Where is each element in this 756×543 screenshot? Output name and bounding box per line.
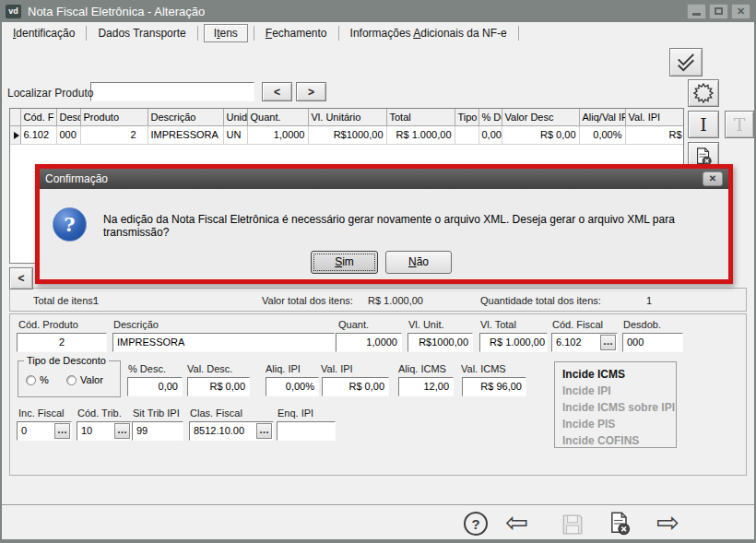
transfer-items-button[interactable] xyxy=(669,48,703,77)
cod-fiscal-lookup-button[interactable]: … xyxy=(600,335,616,350)
vl-unit-field[interactable]: R$1000,00 xyxy=(408,333,473,352)
enq-ipi-label: Enq. IPI xyxy=(278,407,313,419)
cell-vl-unitario[interactable]: R$1000,00 xyxy=(308,125,386,144)
yes-button[interactable]: Sim xyxy=(311,251,378,274)
grid-col-desdobramento[interactable]: Desd xyxy=(56,109,80,125)
pct-desc-field[interactable]: 0,00 xyxy=(127,377,183,396)
total-qty-label: Quantidade total dos itens: xyxy=(480,295,601,306)
confirmation-dialog: Confirmação ✕ ? Na edição da Nota Fiscal… xyxy=(35,164,733,284)
italic-text-button[interactable]: I xyxy=(688,111,719,138)
radio-icon[interactable] xyxy=(66,375,77,385)
descricao-field[interactable]: IMPRESSORA xyxy=(112,333,335,352)
next-item-button[interactable]: > xyxy=(296,82,326,101)
grid-col-cod-fiscal[interactable]: Cód. F xyxy=(20,109,56,125)
help-button[interactable]: ? xyxy=(464,512,488,536)
tab-fechamento[interactable]: Fechamento xyxy=(254,24,338,42)
row-selector-cell xyxy=(10,125,20,144)
grid-scroll-left-button[interactable]: < xyxy=(9,267,33,289)
grid-col-unidade[interactable]: Unid xyxy=(223,109,247,125)
grid-col-val-ipi[interactable]: Val. IPI xyxy=(625,109,684,125)
tab-dados-transporte[interactable]: Dados Transporte xyxy=(87,24,196,42)
previous-item-button[interactable]: < xyxy=(262,82,292,101)
desdob-field[interactable]: 000 xyxy=(622,333,683,352)
dialog-title-bar: Confirmação ✕ xyxy=(40,169,728,189)
current-row-arrow-icon xyxy=(14,132,19,139)
val-icms-field[interactable]: R$ 96,00 xyxy=(462,377,526,396)
cod-fiscal-field[interactable]: 6.102 … xyxy=(551,333,618,352)
incide-icms-sobre-ipi-item: Incide ICMS sobre IPI xyxy=(562,399,676,416)
cell-tipo[interactable] xyxy=(455,125,478,144)
close-icon: ✕ xyxy=(737,6,745,18)
cell-total[interactable]: R$ 1.000,00 xyxy=(386,125,455,144)
cell-produto[interactable]: 2 xyxy=(80,125,148,144)
clas-fiscal-field[interactable]: 8512.10.00 … xyxy=(189,421,274,441)
grid-col-tipo[interactable]: Tipo xyxy=(455,109,478,125)
window-frame xyxy=(0,22,2,543)
cod-trib-field[interactable]: 10 … xyxy=(77,421,132,441)
seal-button[interactable] xyxy=(688,79,719,107)
radio-icon[interactable] xyxy=(26,375,36,385)
desconto-percent-label: % xyxy=(40,374,49,385)
val-desc-field[interactable]: R$ 0,00 xyxy=(187,377,250,396)
incide-ipi-item: Incide IPI xyxy=(562,383,676,399)
search-input[interactable] xyxy=(90,82,254,101)
grid-col-descricao[interactable]: Descrição xyxy=(148,109,223,125)
sit-trib-ipi-field[interactable]: 99 xyxy=(132,421,183,441)
cell-val-ipi[interactable]: R$ xyxy=(625,125,684,144)
maximize-button[interactable] xyxy=(709,4,728,19)
clas-fiscal-label: Clas. Fiscal xyxy=(190,407,242,419)
cell-aliq-val-ipi[interactable]: 0,00% xyxy=(579,125,625,144)
no-button[interactable]: Não xyxy=(385,251,452,274)
grid-col-pct-desconto[interactable]: % De xyxy=(478,109,502,125)
vl-total-label: Vl. Total xyxy=(480,319,516,330)
tab-informacoes-adicionais[interactable]: Informações Adicionais da NF-e xyxy=(339,24,518,42)
cell-pct-desconto[interactable]: 0,00 xyxy=(478,125,502,144)
vl-total-field[interactable]: R$ 1.000,00 xyxy=(479,333,548,352)
maximize-icon xyxy=(715,7,723,15)
grid-col-produto[interactable]: Produto xyxy=(80,109,148,125)
save-button-disabled xyxy=(561,513,585,537)
clas-fiscal-lookup-button[interactable]: … xyxy=(256,423,272,439)
close-button[interactable]: ✕ xyxy=(731,4,750,19)
inc-fiscal-field[interactable]: 0 … xyxy=(17,421,72,441)
quant-field[interactable]: 1,0000 xyxy=(336,333,402,352)
desconto-valor-option[interactable]: Valor xyxy=(66,374,103,385)
cell-unidade[interactable]: UN xyxy=(223,125,247,144)
cell-descricao[interactable]: IMPRESSORA xyxy=(148,125,223,144)
cancel-invoice-button[interactable] xyxy=(607,511,632,537)
tab-itens[interactable]: Itens xyxy=(204,24,248,42)
back-arrow-icon: ⇦ xyxy=(505,507,528,537)
val-icms-label: Val. ICMS xyxy=(461,363,506,374)
cell-quantidade[interactable]: 1,0000 xyxy=(247,125,308,144)
grid-col-valor-desc[interactable]: Valor Desc xyxy=(502,109,579,125)
cell-valor-desc[interactable]: R$ 0,00 xyxy=(502,125,579,144)
aliq-ipi-field[interactable]: 0,00% xyxy=(266,377,319,396)
table-row[interactable]: 6.102 000 2 IMPRESSORA UN 1,0000 R$1000,… xyxy=(10,125,684,144)
cell-cod-fiscal[interactable]: 6.102 xyxy=(20,125,56,144)
letter-i-icon: I xyxy=(700,114,707,135)
incide-list: Incide ICMS Incide IPI Incide ICMS sobre… xyxy=(554,361,677,448)
window-frame xyxy=(0,539,756,543)
grid-col-total[interactable]: Total xyxy=(386,109,455,125)
val-ipi-field[interactable]: R$ 0,00 xyxy=(322,377,389,396)
tab-identificacao[interactable]: Identificação xyxy=(2,24,86,42)
grid-col-vl-unitario[interactable]: Vl. Unitário xyxy=(308,109,386,125)
title-bar: vd Nota Fiscal Eletrônica - Alteração ✕ xyxy=(0,0,756,22)
desconto-percent-option[interactable]: % xyxy=(26,374,49,385)
cod-produto-field[interactable]: 2 xyxy=(17,333,107,352)
aliq-icms-field[interactable]: 12,00 xyxy=(398,377,454,396)
previous-record-button[interactable]: ⇦ xyxy=(505,508,528,537)
dialog-close-button[interactable]: ✕ xyxy=(703,171,723,186)
grid-col-aliq-val-ipi[interactable]: Aliq/Val IP xyxy=(579,109,625,125)
cell-desdobramento[interactable]: 000 xyxy=(56,125,80,144)
total-value-label: Valor total dos itens: xyxy=(262,295,353,306)
inc-fiscal-lookup-button[interactable]: … xyxy=(54,423,70,439)
cod-trib-lookup-button[interactable]: … xyxy=(114,423,130,439)
document-cancel-icon xyxy=(607,511,632,537)
enq-ipi-field[interactable] xyxy=(277,421,336,441)
item-detail-panel: Cód. Produto 2 Descrição IMPRESSORA Quan… xyxy=(9,313,747,476)
val-desc-label: Val. Desc. xyxy=(187,363,232,374)
grid-col-quantidade[interactable]: Quant. xyxy=(247,109,308,125)
minimize-button[interactable] xyxy=(687,4,706,19)
next-record-button[interactable]: ⇨ xyxy=(656,508,679,537)
